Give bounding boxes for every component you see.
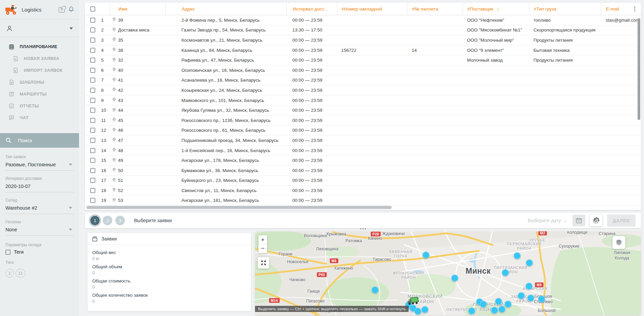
filter-value-input[interactable]: 2020-10-07 bbox=[5, 181, 74, 192]
order-marker[interactable] bbox=[526, 283, 533, 290]
column-header-cargo[interactable]: #Тип груза bbox=[529, 3, 601, 15]
tag-badge[interactable]: 11 bbox=[16, 269, 25, 277]
sidebar-item[interactable]: НОВАЯ ЗАЯВКА bbox=[0, 52, 79, 64]
order-marker[interactable] bbox=[499, 306, 506, 313]
step-circle-2[interactable]: 2 bbox=[103, 216, 112, 225]
settings-button[interactable] bbox=[589, 215, 602, 226]
help-icon[interactable]: ? bbox=[59, 7, 65, 13]
order-marker[interactable] bbox=[468, 308, 475, 315]
horizontal-scrollbar[interactable] bbox=[86, 206, 392, 209]
row-checkbox[interactable] bbox=[90, 18, 95, 23]
row-checkbox[interactable] bbox=[90, 138, 95, 143]
row-checkbox[interactable] bbox=[90, 178, 95, 183]
column-header-address[interactable]: Адрес bbox=[165, 3, 286, 15]
table-row[interactable]: 1347Подшипниковый проезд, 34, Минск, Бел… bbox=[85, 135, 641, 146]
row-checkbox[interactable] bbox=[90, 98, 95, 103]
table-row[interactable]: 640Осиповичская ул., 16, Минск, Беларусь… bbox=[85, 65, 641, 76]
table-row[interactable]: 1044Якубова Гуляма ул., 32, Минск, Белар… bbox=[85, 105, 641, 115]
order-marker[interactable] bbox=[422, 306, 429, 313]
column-header-invoice[interactable]: #Номер накладной bbox=[337, 3, 407, 15]
sort-desc-icon[interactable]: ↓ bbox=[497, 6, 499, 12]
sidebar-item[interactable]: ПЛАНИРОВАНИЕ bbox=[0, 41, 79, 52]
fullscreen-button[interactable] bbox=[258, 257, 269, 269]
table-row[interactable]: 1145Рокоссовского пр., 123б, Минск, Бела… bbox=[85, 115, 641, 126]
row-checkbox[interactable] bbox=[90, 27, 95, 33]
tags-checkbox[interactable] bbox=[5, 250, 11, 255]
column-header-interval[interactable]: Интервал дост... bbox=[286, 3, 337, 15]
sidebar-item[interactable]: ОТЧЕТЫ bbox=[0, 100, 79, 112]
row-checkbox[interactable] bbox=[90, 148, 95, 153]
table-row[interactable]: 335Космонавтов ул., 21, Минск, Беларусь0… bbox=[85, 35, 641, 45]
row-checkbox[interactable] bbox=[90, 68, 95, 73]
table-row[interactable]: 1953Ангарская ул., 181, Минск, Беларусь0… bbox=[85, 196, 641, 206]
row-checkbox[interactable] bbox=[90, 108, 95, 113]
truck-icon[interactable] bbox=[407, 296, 421, 307]
row-checkbox-cell bbox=[85, 65, 100, 75]
column-header-supplier[interactable]: #Поставщик↓ bbox=[463, 3, 529, 15]
order-marker[interactable] bbox=[527, 295, 534, 302]
table-row[interactable]: 1392-й Фомина пер., 5, Минск, Беларусь00… bbox=[85, 15, 641, 25]
user-menu[interactable] bbox=[0, 20, 79, 37]
table-row[interactable]: 1650Бумажкова ул., 36, Минск, Беларусь00… bbox=[85, 166, 641, 176]
row-checkbox[interactable] bbox=[90, 88, 95, 93]
sidebar-item[interactable]: МАРШРУТЫ bbox=[0, 88, 79, 100]
column-header-pallet[interactable]: #№ паллета bbox=[407, 3, 463, 15]
order-marker[interactable] bbox=[491, 307, 498, 314]
table-row[interactable]: 1751Буйницкого ул., 23, Минск, Беларусь0… bbox=[85, 176, 641, 186]
row-checkbox[interactable] bbox=[90, 78, 95, 83]
step-circle-3[interactable]: 3 bbox=[115, 216, 125, 225]
step-circle-1[interactable]: 1 bbox=[90, 216, 100, 225]
order-marker[interactable] bbox=[526, 259, 533, 267]
map-layers-button[interactable] bbox=[612, 236, 625, 249]
column-header-name[interactable]: Имя bbox=[110, 3, 165, 15]
row-checkbox[interactable] bbox=[90, 48, 95, 53]
row-checkbox[interactable] bbox=[90, 118, 95, 123]
sidebar-item[interactable]: ИМПОРТ ЗАЯВОК bbox=[0, 64, 79, 76]
map[interactable]: ВоловщинаКрыжовкаРатомкаКачиноЖдановичиЛ… bbox=[255, 231, 641, 315]
row-checkbox[interactable] bbox=[90, 158, 95, 163]
order-marker[interactable] bbox=[414, 308, 422, 315]
order-marker[interactable] bbox=[423, 252, 430, 259]
order-marker[interactable] bbox=[495, 298, 502, 305]
table-row[interactable]: 438Казинца ул., 84, Минск, Беларусь00:00… bbox=[85, 45, 641, 56]
row-checkbox[interactable] bbox=[90, 58, 95, 63]
calendar-button[interactable] bbox=[572, 215, 585, 226]
filter-value-select[interactable]: Warehouse #2 bbox=[5, 203, 74, 214]
filter-value-select[interactable]: Разовые, Постоянные bbox=[5, 159, 74, 171]
row-checkbox[interactable] bbox=[90, 128, 95, 133]
row-checkbox[interactable] bbox=[90, 38, 95, 43]
sidebar-item[interactable]: ШАБЛОНЫ bbox=[0, 76, 79, 88]
order-marker[interactable] bbox=[538, 296, 545, 303]
next-button[interactable]: ДАЛЕЕ bbox=[607, 214, 636, 227]
table-row[interactable]: 2Доставка мясаГазеты Звезда пр., 54, Мин… bbox=[85, 25, 641, 36]
vertical-scrollbar[interactable] bbox=[638, 18, 640, 120]
tag-badge[interactable]: 1 bbox=[5, 269, 14, 277]
zoom-in-button[interactable]: + bbox=[258, 235, 267, 244]
order-marker[interactable] bbox=[502, 269, 509, 276]
table-row[interactable]: 741Асаналиева ул., 16, Минск, Беларусь00… bbox=[85, 76, 641, 86]
select-all-checkbox[interactable] bbox=[90, 6, 95, 12]
order-marker[interactable] bbox=[372, 287, 379, 294]
table-row[interactable]: 1549Ангарская ул., 178, Минск, Беларусь0… bbox=[85, 155, 641, 166]
order-marker[interactable] bbox=[518, 292, 525, 299]
table-row[interactable]: 532Рафиева ул., 47, Минск, Беларусь00:00… bbox=[85, 55, 641, 65]
order-marker[interactable] bbox=[505, 301, 512, 308]
row-checkbox[interactable] bbox=[90, 168, 95, 173]
filter-value-select[interactable]: None bbox=[5, 224, 74, 236]
table-row[interactable]: 943Маяковского ул., 101, Минск, Беларусь… bbox=[85, 96, 641, 106]
table-row[interactable]: 1852Связистов ул., 11, Минск, Беларусь00… bbox=[85, 186, 641, 196]
resize-handle-icon[interactable] bbox=[360, 228, 366, 229]
table-row[interactable]: 14481-й Енисейский пер., 16, Минск, Бела… bbox=[85, 146, 641, 156]
zoom-out-button[interactable]: − bbox=[258, 244, 267, 253]
row-checkbox[interactable] bbox=[90, 198, 95, 203]
order-marker[interactable] bbox=[514, 252, 521, 259]
order-marker[interactable] bbox=[451, 275, 458, 282]
order-marker[interactable] bbox=[480, 301, 487, 308]
notifications-bell-icon[interactable] bbox=[68, 6, 74, 14]
sidebar-item[interactable]: ЧАТ bbox=[0, 112, 79, 124]
search-bar[interactable]: Поиск bbox=[0, 133, 79, 148]
row-checkbox[interactable] bbox=[90, 188, 95, 193]
table-row[interactable]: 842Козыревская ул., 24, Минск, Беларусь0… bbox=[85, 85, 641, 96]
table-row[interactable]: 1246Рокоссовского пр., 61, Минск, Белару… bbox=[85, 126, 641, 136]
column-menu-icon[interactable]: ⋮ bbox=[632, 5, 638, 13]
